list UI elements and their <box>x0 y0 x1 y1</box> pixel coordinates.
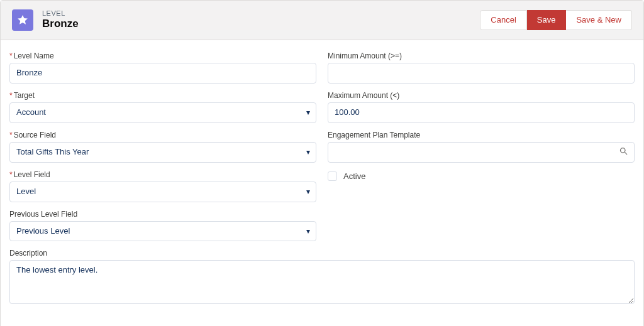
edit-level-panel: LEVEL Bronze Cancel Save Save & New *Lev… <box>0 0 644 326</box>
field-source-field: *Source Field Total Gifts This Year ▾ <box>9 131 316 163</box>
required-marker: * <box>9 52 13 60</box>
label-min-amount: Minimum Amount (>=) <box>328 52 635 60</box>
right-column: Minimum Amount (>=) Maximum Amount (<) E… <box>328 52 635 249</box>
field-engagement-plan-template: Engagement Plan Template <box>328 131 635 163</box>
select-source-field[interactable]: Total Gifts This Year <box>9 142 316 163</box>
header-eyebrow: LEVEL <box>42 9 79 18</box>
field-previous-level-field: Previous Level Field Previous Level ▾ <box>9 210 316 242</box>
input-max-amount[interactable] <box>328 102 635 123</box>
select-target[interactable]: Account <box>9 102 316 123</box>
cancel-button[interactable]: Cancel <box>480 10 526 30</box>
label-previous-level-field: Previous Level Field <box>9 210 316 219</box>
label-max-amount: Maximum Amount (<) <box>328 91 635 100</box>
required-marker: * <box>9 131 13 139</box>
select-previous-level-field[interactable]: Previous Level <box>9 221 316 242</box>
input-min-amount[interactable] <box>328 63 635 84</box>
label-level-name: *Level Name <box>9 52 316 60</box>
lookup-wrap-engagement-plan <box>328 142 635 163</box>
field-level-name: *Level Name <box>9 52 316 84</box>
required-marker: * <box>9 170 13 179</box>
page-header: LEVEL Bronze Cancel Save Save & New <box>1 1 643 40</box>
page-title: Bronze <box>42 18 79 30</box>
label-target: *Target <box>9 91 316 100</box>
field-min-amount: Minimum Amount (>=) <box>328 52 635 84</box>
input-description[interactable] <box>9 260 635 304</box>
field-active: Active <box>328 171 635 181</box>
field-target: *Target Account ▾ <box>9 91 316 123</box>
checkbox-active[interactable] <box>328 171 337 181</box>
field-description: Description <box>9 249 635 306</box>
input-level-name[interactable] <box>9 63 316 84</box>
label-active: Active <box>343 171 365 181</box>
header-actions: Cancel Save Save & New <box>480 10 632 30</box>
left-column: *Level Name *Target Account ▾ <box>9 52 316 249</box>
header-texts: LEVEL Bronze <box>42 9 79 31</box>
label-source-field: *Source Field <box>9 131 316 139</box>
select-wrap-level-field: Level ▾ <box>9 182 316 202</box>
select-level-field[interactable]: Level <box>9 182 316 202</box>
star-icon <box>16 14 29 26</box>
select-wrap-previous-level-field: Previous Level ▾ <box>9 221 316 242</box>
label-engagement-plan-template: Engagement Plan Template <box>328 131 635 139</box>
level-icon <box>12 9 33 31</box>
field-max-amount: Maximum Amount (<) <box>328 91 635 123</box>
select-wrap-target: Account ▾ <box>9 102 316 123</box>
save-new-button[interactable]: Save & New <box>566 10 632 30</box>
save-button[interactable]: Save <box>527 10 567 30</box>
label-description: Description <box>9 249 635 258</box>
select-wrap-source-field: Total Gifts This Year ▾ <box>9 142 316 163</box>
header-left: LEVEL Bronze <box>12 9 79 31</box>
required-marker: * <box>9 91 13 100</box>
form-body: *Level Name *Target Account ▾ <box>1 40 643 326</box>
label-level-field: *Level Field <box>9 170 316 179</box>
field-level-field: *Level Field Level ▾ <box>9 170 316 202</box>
input-engagement-plan-template[interactable] <box>328 142 635 163</box>
form-columns: *Level Name *Target Account ▾ <box>9 52 635 249</box>
